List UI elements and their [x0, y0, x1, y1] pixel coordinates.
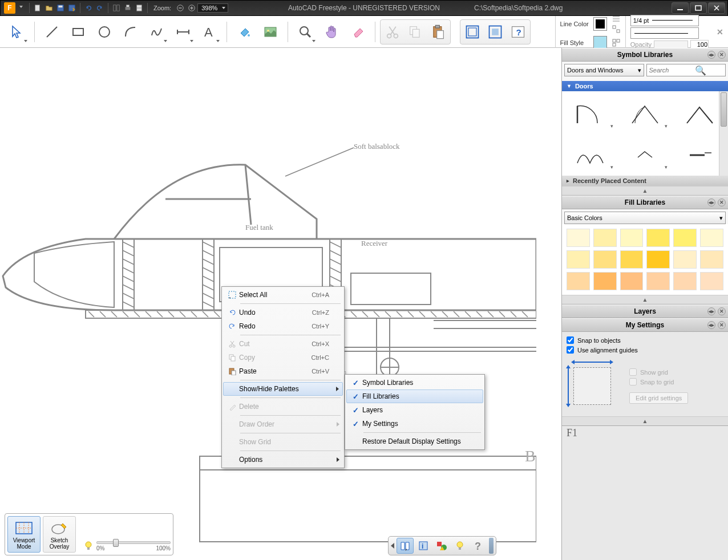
bottom-tool-help[interactable]: ?: [470, 538, 487, 554]
undo-icon[interactable]: [84, 3, 93, 13]
color-swatch[interactable]: [567, 229, 590, 247]
print-icon[interactable]: [123, 3, 132, 13]
submenu-symbol-libraries[interactable]: ✓Symbol Libraries: [346, 376, 483, 389]
panel-close-icon[interactable]: ✕: [718, 321, 726, 329]
menu-redo[interactable]: RedoCtrl+Y: [223, 319, 343, 333]
symbol-door-4[interactable]: ▾: [567, 137, 614, 171]
panel-nav-icon[interactable]: ◂▸: [707, 321, 715, 329]
bottom-expand-icon[interactable]: [391, 543, 394, 549]
line-weight-dropdown[interactable]: 1/4 pt: [630, 15, 699, 26]
color-swatch[interactable]: [646, 229, 670, 247]
menu-draw-order[interactable]: Draw Order: [223, 417, 343, 431]
panel-nav-icon[interactable]: ◂▸: [707, 51, 715, 59]
view-mode-1[interactable]: [462, 21, 483, 43]
drawing-canvas[interactable]: Soft balsablock Fuel tank Receiver C G +…: [0, 48, 561, 560]
color-swatch[interactable]: [567, 250, 590, 269]
line-join-icon[interactable]: [612, 25, 621, 34]
sketch-overlay-button[interactable]: Sketch Overlay: [43, 516, 76, 553]
panel-collapse-fill[interactable]: ▲: [562, 295, 728, 305]
line-tool[interactable]: [39, 19, 64, 44]
snap-to-grid-checkbox[interactable]: Snap to grid: [629, 378, 688, 385]
symbol-door-2[interactable]: ▾: [621, 96, 669, 130]
symbol-search[interactable]: 🔍: [646, 64, 726, 76]
panel-collapse-symbol[interactable]: ▲: [562, 186, 728, 196]
color-swatch[interactable]: [673, 250, 697, 269]
line-style-dropdown[interactable]: [630, 27, 699, 39]
panel-close-icon[interactable]: ✕: [717, 27, 723, 36]
panel-header-my-settings[interactable]: My Settings ◂▸✕: [562, 318, 728, 332]
image-tool[interactable]: [258, 19, 283, 44]
zoom-value-dropdown[interactable]: 398%: [197, 3, 228, 13]
color-swatch[interactable]: [700, 250, 723, 269]
rectangle-tool[interactable]: [66, 19, 91, 44]
freehand-tool[interactable]: [144, 19, 169, 44]
open-icon[interactable]: [45, 3, 54, 13]
menu-select-all[interactable]: Select AllCtrl+A: [223, 288, 343, 302]
symbol-category-dropdown[interactable]: Doors and Windows▾: [564, 64, 644, 76]
panel-collapse-settings[interactable]: ▲: [562, 416, 728, 426]
panel-header-layers[interactable]: Layers ◂▸✕: [562, 305, 728, 318]
arc-tool[interactable]: [118, 19, 143, 44]
maximize-button[interactable]: [690, 2, 707, 14]
bottom-tool-book[interactable]: [397, 538, 414, 554]
symbol-scrollbar[interactable]: [719, 91, 728, 176]
submenu-restore-defaults[interactable]: Restore Default Display Settings: [346, 435, 483, 448]
edit-grid-settings-button[interactable]: Edit grid settings: [629, 392, 688, 404]
fill-style-swatch[interactable]: [593, 36, 607, 50]
color-swatch[interactable]: [673, 272, 697, 290]
bottom-grip[interactable]: [489, 538, 494, 554]
eraser-tool[interactable]: [345, 19, 370, 44]
circle-tool[interactable]: [92, 19, 117, 44]
select-tool[interactable]: [5, 19, 30, 44]
copy-button[interactable]: [405, 21, 426, 43]
panel-close-icon[interactable]: ✕: [718, 198, 726, 206]
panel-header-symbol-libraries[interactable]: Symbol Libraries ◂▸✕: [562, 48, 728, 62]
snap-to-objects-checkbox[interactable]: Snap to objects: [567, 336, 723, 344]
color-swatch[interactable]: [620, 229, 644, 247]
pan-tool[interactable]: [319, 19, 344, 44]
bottom-tool-tips[interactable]: [451, 538, 468, 554]
new-icon[interactable]: [33, 3, 42, 13]
app-menu-dropdown[interactable]: [17, 3, 26, 13]
symbol-door-5[interactable]: ▾: [621, 137, 669, 171]
accordion-recent[interactable]: ▸Recently Placed Content: [562, 176, 728, 186]
color-swatch[interactable]: [700, 229, 723, 247]
panel-nav-icon[interactable]: ◂▸: [707, 198, 715, 206]
submenu-layers[interactable]: ✓Layers: [346, 403, 483, 417]
panel-close-icon[interactable]: ✕: [718, 307, 726, 315]
text-tool[interactable]: A: [197, 19, 222, 44]
page-setup-icon[interactable]: [135, 3, 144, 13]
submenu-fill-libraries[interactable]: ✓Fill Libraries: [346, 389, 483, 403]
show-grid-checkbox[interactable]: Show grid: [629, 368, 688, 376]
menu-options[interactable]: Options: [223, 453, 343, 466]
panel-close-icon[interactable]: ✕: [718, 51, 726, 59]
symbol-door-1[interactable]: ▾: [567, 96, 614, 130]
alignment-guides-checkbox[interactable]: Use alignment guides: [567, 346, 723, 354]
view-mode-2[interactable]: [484, 21, 506, 43]
color-swatch[interactable]: [593, 250, 617, 269]
menu-delete[interactable]: Delete: [223, 400, 343, 413]
symbol-door-3[interactable]: ▾: [676, 96, 723, 130]
line-color-swatch[interactable]: [593, 17, 607, 31]
paste-button[interactable]: [427, 21, 449, 43]
save-icon[interactable]: [56, 3, 65, 13]
help-button[interactable]: ?: [507, 21, 529, 43]
menu-copy[interactable]: CopyCtrl+C: [223, 351, 343, 364]
color-swatch[interactable]: [567, 272, 590, 290]
menu-show-grid[interactable]: Show Grid: [223, 435, 343, 449]
close-button[interactable]: [708, 2, 725, 14]
fill-tool[interactable]: [232, 19, 257, 44]
zoom-in-icon[interactable]: [187, 3, 196, 13]
zoom-tool[interactable]: [293, 19, 318, 44]
menu-cut[interactable]: CutCtrl+X: [223, 337, 343, 351]
color-swatch[interactable]: [646, 250, 670, 269]
menu-undo[interactable]: UndoCtrl+Z: [223, 306, 343, 319]
submenu-my-settings[interactable]: ✓My Settings: [346, 417, 483, 431]
menu-paste[interactable]: PasteCtrl+V: [223, 364, 343, 378]
viewport-mode-button[interactable]: Viewport Mode: [7, 516, 41, 553]
color-swatch[interactable]: [593, 229, 617, 247]
dimension-tool[interactable]: [171, 19, 196, 44]
color-swatch[interactable]: [593, 272, 617, 290]
color-swatch[interactable]: [673, 229, 697, 247]
color-swatch[interactable]: [620, 272, 644, 290]
